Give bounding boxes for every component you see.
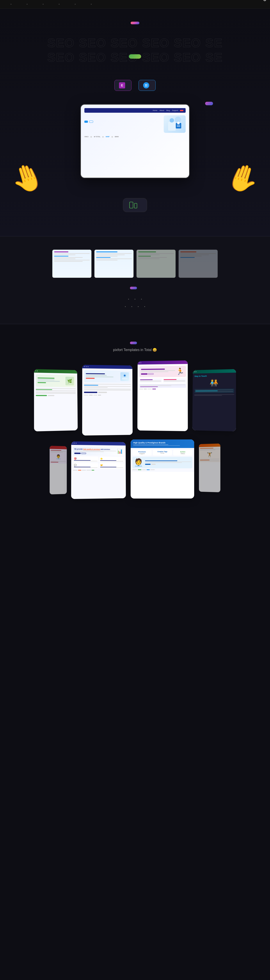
tablet-frame: Home About Blog Support <box>80 104 190 178</box>
tablet-nav-links: Home About Blog Support <box>153 110 178 111</box>
page-preview-1 <box>52 250 92 278</box>
elementor-badge[interactable]: E <box>114 80 131 91</box>
pixfort-logo-icon: ⚙ <box>263 0 267 2</box>
mobile-optimized-badge <box>123 198 147 212</box>
templates-bottom-spacer <box>0 498 270 512</box>
svg-point-6 <box>169 118 174 123</box>
phone-icon-small <box>134 203 137 208</box>
tablet-cta-primary[interactable] <box>85 121 88 123</box>
seo-center-block <box>129 53 141 59</box>
tablet-nav-cta <box>180 110 184 111</box>
svg-rect-1 <box>146 84 147 85</box>
svg-point-8 <box>177 122 180 124</box>
wpbakery-icon <box>143 82 149 88</box>
seo-background: SEO SEO SEO SEO SEO SE SEO SEO SEO SEO S… <box>5 36 265 75</box>
wpbakery-badge[interactable] <box>139 80 156 91</box>
mobile-icon <box>129 202 137 208</box>
inner-pages-title-row <box>0 287 270 289</box>
template-cards-row-2: 👨‍💼 We provide high quality & premium we… <box>0 435 270 498</box>
template-card-3[interactable]: 🏃 <box>137 360 188 431</box>
phone-icon-large <box>129 202 133 208</box>
pages-row-2: • • • • <box>0 303 270 310</box>
tablet-hero-illustration <box>164 115 185 133</box>
tablet-hero-content <box>85 115 185 133</box>
elementor-icon: E <box>119 82 125 88</box>
page-preview-2 <box>94 250 134 278</box>
template-cards-row-1: 🌿 <box>0 361 270 435</box>
template-card-web-services[interactable]: We provide high quality & premium web se… <box>71 441 126 499</box>
template-card-brands[interactable]: High Quality & Prestigious Brands Premiu… <box>131 439 194 498</box>
templates-sub-text: pixfort Templates in Total 😄 <box>113 348 157 352</box>
ticker-bar: • • • • • • ⚙ <box>0 0 270 8</box>
ticker-content: • • • • • • <box>0 3 102 6</box>
template-card-2[interactable] <box>82 365 133 436</box>
inner-pages-new-badge <box>130 287 137 289</box>
template-card-partial-left[interactable]: 👨‍💼 <box>50 446 67 495</box>
tablet-section: Home About Blog Support <box>5 100 265 191</box>
svg-rect-3 <box>146 86 147 86</box>
builders-row: E <box>5 80 265 91</box>
templates-subtitle: pixfort Templates in Total 😄 <box>0 348 270 352</box>
hand-left-illustration: 🤚 <box>6 158 48 199</box>
seo-row-1: SEO SEO SEO SEO SEO SE <box>5 36 265 50</box>
templates-new-badge <box>130 342 137 344</box>
svg-rect-2 <box>145 86 146 86</box>
mobile-optimized-section <box>5 198 265 212</box>
hand-right-illustration: 🤚 <box>222 158 263 199</box>
new-badge-hero <box>205 102 213 105</box>
tablet-cta-secondary[interactable] <box>89 121 93 123</box>
template-card-1[interactable]: 🌿 <box>34 369 78 431</box>
pages-row-1: • • • <box>0 296 270 302</box>
template-card-4[interactable]: Stay in Touch 🧑‍🤝‍🧑 <box>192 369 236 431</box>
page-preview-4 <box>178 250 218 278</box>
templates-section: pixfort Templates in Total 😄 🌿 <box>0 324 270 525</box>
version-badge <box>131 22 139 24</box>
inner-pages-section: • • • • • • • <box>0 236 270 324</box>
tablet-nav: Home About Blog Support <box>85 108 185 113</box>
tablet-brand-logos: VINCI ◆ ⊕ TOTAL ◆ WWF ◆ BMW <box>85 135 185 138</box>
tablet-hero-buttons <box>85 121 164 123</box>
inner-pages-list: • • • • • • • <box>0 296 270 310</box>
hero-section: SEO SEO SEO SEO SEO SE SEO SEO SEO SEO S… <box>0 8 270 236</box>
full-demo-button[interactable] <box>129 54 141 59</box>
svg-rect-5 <box>168 122 176 130</box>
page-preview-3 <box>136 250 176 278</box>
svg-rect-0 <box>145 84 146 85</box>
page-previews-row <box>0 250 270 278</box>
tablet-screen: Home About Blog Support <box>81 105 189 178</box>
templates-title-row <box>0 342 270 344</box>
svg-rect-12 <box>122 377 128 379</box>
tablet-hero-heading <box>85 115 164 119</box>
template-card-partial-right[interactable]: 🏋️ <box>199 444 220 492</box>
